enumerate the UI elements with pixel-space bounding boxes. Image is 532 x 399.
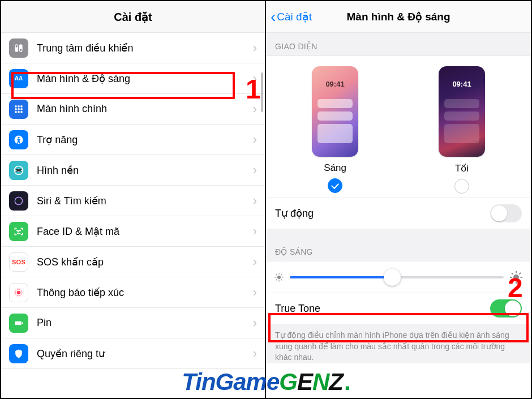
row-label: Quyền riêng tư bbox=[37, 347, 248, 360]
row-display-brightness[interactable]: AA Màn hình & Độ sáng › bbox=[1, 63, 265, 94]
row-control-center[interactable]: Trung tâm điều khiển › bbox=[1, 33, 265, 63]
sos-text: SOS bbox=[12, 259, 25, 265]
row-wallpaper[interactable]: Hình nền › bbox=[1, 155, 265, 186]
row-emergency-sos[interactable]: SOS SOS khẩn cấp › bbox=[1, 247, 265, 277]
svg-text:AA: AA bbox=[15, 75, 23, 81]
chevron-right-icon: › bbox=[253, 255, 257, 269]
svg-line-36 bbox=[281, 274, 282, 275]
truetone-row[interactable]: True Tone bbox=[266, 293, 531, 324]
sun-small-icon bbox=[274, 272, 284, 282]
appearance-light-option[interactable]: 09:41 Sáng bbox=[293, 66, 377, 193]
panels-container: Cài đặt Trung tâm điều khiển › AA Màn hì… bbox=[1, 1, 531, 398]
exposure-icon bbox=[9, 283, 28, 302]
appearance-body: 09:41 Sáng 09:41 Tối bbox=[266, 55, 531, 229]
display-panel-right: ‹ Cài đặt Màn hình & Độ sáng GIAO DIỆN 0… bbox=[266, 1, 531, 398]
svg-rect-10 bbox=[20, 108, 22, 110]
svg-point-20 bbox=[14, 196, 23, 205]
accessibility-icon bbox=[9, 130, 28, 149]
dark-preview: 09:41 bbox=[439, 66, 485, 157]
preview-time: 09:41 bbox=[312, 80, 358, 88]
svg-rect-7 bbox=[20, 105, 22, 107]
chevron-right-icon: › bbox=[253, 224, 257, 239]
annotation-1: 1 bbox=[246, 74, 261, 105]
truetone-footer: Tự động điều chỉnh màn hình iPhone dựa t… bbox=[266, 324, 531, 363]
svg-rect-5 bbox=[15, 105, 16, 107]
sos-icon: SOS bbox=[9, 252, 28, 272]
light-label: Sáng bbox=[324, 162, 346, 174]
dark-label: Tối bbox=[455, 162, 469, 174]
svg-line-33 bbox=[276, 274, 277, 275]
chevron-right-icon: › bbox=[253, 41, 257, 55]
row-accessibility[interactable]: Trợ năng › bbox=[1, 125, 265, 155]
display-title: Màn hình & Độ sáng bbox=[266, 10, 531, 23]
automatic-row[interactable]: Tự động bbox=[266, 197, 531, 229]
row-home-screen[interactable]: Màn hình chính › bbox=[1, 94, 265, 125]
svg-point-23 bbox=[17, 290, 21, 294]
svg-rect-11 bbox=[15, 111, 16, 113]
row-battery[interactable]: Pin › bbox=[1, 308, 265, 338]
row-label: Trung tâm điều khiển bbox=[37, 42, 248, 54]
appearance-options: 09:41 Sáng 09:41 Tối bbox=[266, 56, 531, 197]
svg-line-35 bbox=[276, 279, 277, 280]
row-label: SOS khẩn cấp bbox=[37, 256, 248, 268]
appearance-dark-option[interactable]: 09:41 Tối bbox=[419, 66, 504, 194]
svg-rect-12 bbox=[18, 111, 19, 113]
row-faceid-passcode[interactable]: Face ID & Mật mã › bbox=[1, 216, 265, 247]
chevron-right-icon: › bbox=[253, 132, 257, 147]
svg-rect-27 bbox=[22, 322, 23, 324]
row-privacy[interactable]: Quyền riêng tư › bbox=[1, 338, 265, 369]
display-brightness-icon: AA bbox=[9, 69, 28, 88]
truetone-label: True Tone bbox=[275, 303, 320, 315]
section-gap bbox=[266, 229, 531, 243]
chevron-right-icon: › bbox=[253, 163, 257, 178]
row-label: Thông báo tiếp xúc bbox=[37, 286, 248, 299]
display-header: ‹ Cài đặt Màn hình & Độ sáng bbox=[266, 1, 531, 33]
scrollbar-thumb[interactable] bbox=[261, 72, 263, 112]
preview-time: 09:41 bbox=[439, 80, 485, 88]
svg-point-15 bbox=[18, 136, 20, 138]
wallpaper-icon bbox=[9, 161, 28, 180]
chevron-right-icon: › bbox=[253, 316, 257, 331]
row-siri-search[interactable]: Siri & Tìm kiếm › bbox=[1, 186, 265, 216]
privacy-icon bbox=[9, 344, 28, 363]
automatic-label: Tự động bbox=[275, 207, 314, 220]
battery-icon bbox=[9, 314, 28, 333]
settings-header: Cài đặt bbox=[1, 1, 265, 33]
brightness-row bbox=[266, 261, 531, 293]
svg-rect-8 bbox=[15, 108, 16, 110]
svg-point-3 bbox=[20, 49, 22, 51]
dark-radio[interactable] bbox=[454, 179, 469, 194]
svg-rect-6 bbox=[18, 105, 19, 107]
settings-title: Cài đặt bbox=[114, 10, 152, 24]
section-brightness: ĐỘ SÁNG bbox=[266, 243, 531, 261]
chevron-right-icon: › bbox=[253, 346, 257, 361]
section-appearance: GIAO DIỆN bbox=[266, 33, 531, 55]
home-screen-icon bbox=[9, 100, 28, 119]
chevron-right-icon: › bbox=[253, 285, 257, 300]
settings-panel-left: Cài đặt Trung tâm điều khiển › AA Màn hì… bbox=[1, 1, 266, 398]
svg-line-34 bbox=[281, 279, 282, 280]
svg-point-28 bbox=[277, 276, 281, 279]
svg-rect-9 bbox=[18, 108, 19, 110]
row-exposure-notifications[interactable]: Thông báo tiếp xúc › bbox=[1, 277, 265, 308]
faceid-icon bbox=[9, 222, 28, 241]
svg-rect-13 bbox=[20, 111, 22, 113]
chevron-right-icon: › bbox=[253, 194, 257, 208]
display-scroll[interactable]: GIAO DIỆN 09:41 Sáng 09:41 bbox=[266, 33, 531, 398]
svg-point-21 bbox=[17, 230, 18, 231]
row-label: Siri & Tìm kiếm bbox=[37, 195, 248, 207]
row-label: Pin bbox=[37, 317, 248, 329]
automatic-toggle[interactable] bbox=[490, 204, 522, 222]
light-preview: 09:41 bbox=[312, 66, 358, 157]
settings-list[interactable]: Trung tâm điều khiển › AA Màn hình & Độ … bbox=[1, 33, 265, 369]
row-label: Trợ năng bbox=[37, 134, 248, 146]
svg-point-22 bbox=[20, 230, 21, 231]
svg-rect-26 bbox=[15, 321, 22, 325]
control-center-icon bbox=[9, 38, 28, 58]
row-label: Màn hình & Độ sáng bbox=[37, 72, 248, 85]
brightness-slider[interactable] bbox=[290, 276, 504, 278]
slider-thumb[interactable] bbox=[384, 269, 401, 286]
row-label: Màn hình chính bbox=[37, 103, 248, 115]
siri-icon bbox=[9, 191, 28, 211]
light-radio[interactable] bbox=[328, 178, 342, 193]
